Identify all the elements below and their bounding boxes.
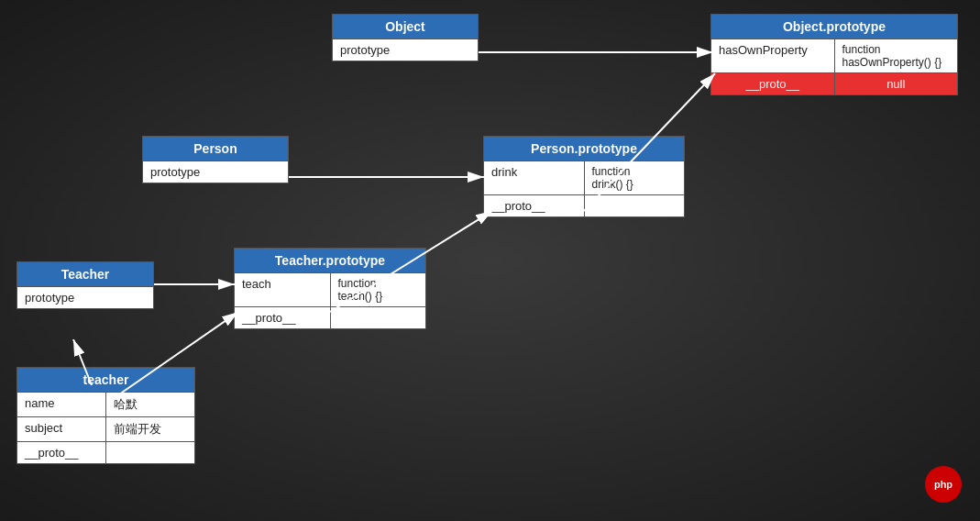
- teacher-prototype-value: [85, 287, 153, 308]
- teacher-constructor-header: Teacher: [17, 262, 153, 286]
- teacher-constructor-box: Teacher prototype: [17, 261, 154, 309]
- instance-proto-label: __proto__: [17, 442, 106, 463]
- person-prototype-value: [215, 161, 288, 183]
- teach-value: functionteach() {}: [331, 273, 426, 306]
- teacher-instance-header: teacher: [17, 368, 194, 392]
- subject-value: 前端开发: [106, 417, 194, 441]
- drink-label: drink: [484, 161, 585, 194]
- object-prototype-box: Object.prototype hasOwnProperty function…: [710, 14, 958, 95]
- object-proto-label: __proto__: [711, 73, 835, 94]
- hasownproperty-label: hasOwnProperty: [711, 39, 835, 72]
- drink-value: functiondrink() {}: [585, 161, 685, 194]
- person-prototype-box: Person.prototype drink functiondrink() {…: [483, 136, 685, 217]
- object-constructor-box: Object prototype: [332, 14, 479, 61]
- php-text: php: [934, 479, 952, 490]
- teacher-prototype-header: Teacher.prototype: [235, 249, 425, 272]
- teacher-proto-label: __proto__: [235, 307, 331, 328]
- object-prototype-cell: prototype: [333, 39, 405, 61]
- instance-proto-value: [106, 442, 194, 463]
- person-constructor-header: Person: [143, 137, 288, 161]
- teacher-prototype-cell: prototype: [17, 287, 85, 308]
- object-prototype-value: [405, 39, 478, 61]
- teacher-prototype-box: Teacher.prototype teach functionteach() …: [234, 248, 426, 329]
- php-badge: php: [925, 466, 962, 503]
- name-label: name: [17, 393, 106, 416]
- object-proto-value: null: [835, 73, 958, 94]
- teacher-instance-box: teacher name 哈默 subject 前端开发 __proto__: [17, 367, 195, 464]
- hasownproperty-value: functionhasOwnProperty() {}: [835, 39, 958, 72]
- object-constructor-header: Object: [333, 15, 478, 39]
- person-proto-value: [585, 195, 685, 216]
- person-prototype-cell: prototype: [143, 161, 215, 183]
- name-value: 哈默: [106, 393, 194, 416]
- object-prototype-header: Object.prototype: [711, 15, 957, 39]
- subject-label: subject: [17, 417, 106, 441]
- person-prototype-header: Person.prototype: [484, 137, 684, 161]
- person-constructor-box: Person prototype: [142, 136, 289, 183]
- person-proto-label: __proto__: [484, 195, 585, 216]
- teacher-proto-value: [331, 307, 426, 328]
- teach-label: teach: [235, 273, 331, 306]
